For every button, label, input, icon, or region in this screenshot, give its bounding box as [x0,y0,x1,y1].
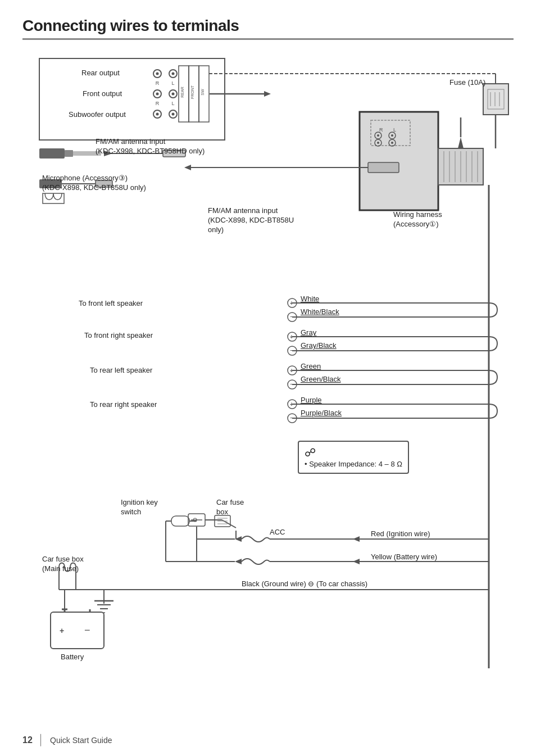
svg-rect-61 [488,89,504,109]
page: Connecting wires to terminals [0,0,536,756]
svg-point-42 [391,134,393,137]
svg-text:−: − [84,624,90,636]
svg-rect-131 [215,515,230,527]
svg-rect-17 [199,66,209,122]
svg-point-44 [377,142,379,144]
svg-point-39 [375,132,381,139]
svg-text:+: + [290,334,293,340]
fuse-label: Fuse (10A) [449,78,485,88]
svg-point-3 [169,70,177,78]
rear-left-label: To rear left speaker [90,366,152,375]
svg-text:−: − [290,380,294,388]
svg-point-6 [156,93,159,96]
svg-point-8 [172,93,175,96]
svg-point-9 [153,110,161,118]
gray-black-label: Gray/Black [301,341,337,351]
car-fuse-main-label: Car fuse box (Main fuse) [42,555,84,574]
ignition-key-label: Ignition key switch [121,498,158,517]
svg-rect-15 [189,66,199,122]
svg-rect-47 [368,162,399,173]
subwoofer-output-label: Subwoofer output [69,110,126,120]
svg-marker-97 [353,536,360,542]
gray-label: Gray [301,328,316,338]
svg-point-85 [288,380,297,389]
svg-point-88 [288,400,297,409]
svg-text:−: − [290,346,294,355]
svg-point-11 [169,110,177,118]
page-number: 12 [22,735,33,745]
svg-rect-111 [188,514,205,526]
svg-rect-35 [360,112,438,210]
svg-rect-50 [438,148,483,185]
svg-point-4 [172,73,175,75]
white-black-label: White/Black [301,307,339,317]
svg-text:+: + [60,626,64,635]
svg-rect-25 [39,148,65,159]
svg-point-40 [377,134,379,137]
green-black-label: Green/Black [301,375,341,384]
rear-right-label: To rear right speaker [90,400,157,410]
svg-point-41 [389,132,396,139]
svg-marker-100 [235,559,242,564]
svg-text:−: − [290,313,294,321]
svg-point-43 [375,139,381,146]
front-left-label: To front left speaker [79,299,143,309]
svg-rect-60 [483,84,508,115]
fmam-bottom-label: FM/AM antenna input (KDC-X898, KDC-BT858… [208,206,294,235]
svg-point-113 [193,518,197,522]
svg-line-115 [222,520,236,528]
green-label: Green [301,362,321,372]
purple-label: Purple [301,396,322,405]
svg-point-5 [153,90,161,98]
diagram-area: REAR FRONT SW R L R L [22,50,517,725]
svg-point-70 [288,298,297,307]
car-fuse-box-label: Car fuse box [216,498,244,517]
battery-label: Battery [61,653,84,662]
svg-point-73 [288,313,297,322]
speaker-impedance: ☍ • Speaker Impedance: 4 – 8 Ω [298,441,409,474]
rear-output-label: Rear output [81,69,120,78]
microphone-label: Microphone (Accessory③) (KDC-X898, KDC-B… [42,174,146,193]
svg-point-46 [391,142,393,144]
svg-point-82 [288,366,297,375]
black-wire-label: Black (Ground wire) ⊖ (To car chassis) [242,580,367,589]
svg-rect-26 [65,150,73,157]
guide-label: Quick Start Guide [50,736,112,745]
svg-point-12 [172,113,175,116]
svg-text:FRONT: FRONT [190,85,194,99]
svg-rect-36 [371,120,410,146]
fmam-top-label: FM/AM antenna input (KDC-X998, KDC-BT958… [96,137,205,156]
svg-point-45 [389,139,396,146]
svg-text:SW: SW [201,89,205,96]
white-label: White [301,295,319,304]
red-wire-label: Red (Ignition wire) [371,529,430,539]
svg-point-91 [288,414,297,423]
svg-text:R: R [156,101,160,106]
svg-point-1 [153,70,161,78]
svg-text:REAR: REAR [180,87,184,97]
acc-label: ACC [270,528,285,537]
footer: 12 │ Quick Start Guide [22,734,112,746]
svg-point-7 [169,90,177,98]
svg-text:L: L [171,101,174,106]
svg-point-2 [156,73,159,75]
front-output-label: Front output [83,89,122,99]
svg-rect-120 [51,612,104,649]
svg-marker-58 [458,137,464,148]
yellow-wire-label: Yellow (Battery wire) [371,553,437,562]
svg-rect-135 [171,516,189,526]
wiring-harness-label: Wiring harness (Accessory①) [393,210,442,229]
svg-point-79 [288,346,297,355]
svg-text:R: R [156,80,160,86]
svg-marker-95 [235,536,242,542]
svg-text:L: L [393,127,396,133]
svg-marker-24 [264,91,271,97]
svg-marker-102 [353,559,360,564]
svg-text:+: + [290,368,293,374]
svg-point-10 [156,113,159,116]
svg-text:−: − [290,414,294,422]
svg-marker-49 [184,165,191,170]
svg-rect-13 [179,66,189,122]
svg-text:+: + [290,300,293,306]
svg-text:+: + [290,401,293,408]
